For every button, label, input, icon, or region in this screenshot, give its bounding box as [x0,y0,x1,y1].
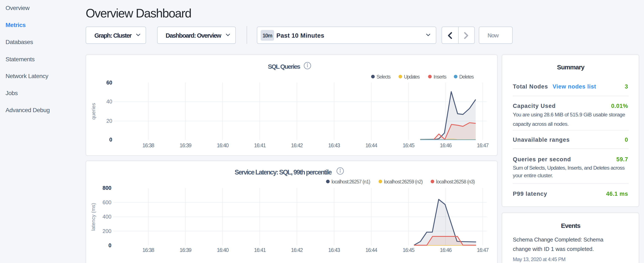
svg-text:latency (ms): latency (ms) [90,203,96,231]
svg-text:40: 40 [106,99,112,105]
svg-text:16:42: 16:42 [291,142,303,148]
svg-text:400: 400 [102,214,112,220]
svg-text:16:38: 16:38 [142,142,154,148]
svg-text:16:40: 16:40 [217,142,228,148]
svg-text:0: 0 [109,137,112,143]
svg-text:16:41: 16:41 [254,142,266,148]
svg-text:60: 60 [106,80,112,86]
svg-text:16:45: 16:45 [403,247,414,253]
svg-text:localhost:26258 (n3): localhost:26258 (n3) [436,179,475,184]
svg-text:16:47: 16:47 [477,142,488,148]
svg-text:0: 0 [108,242,112,248]
svg-text:16:44: 16:44 [366,247,378,253]
svg-text:Updates: Updates [404,74,420,80]
svg-text:16:47: 16:47 [477,247,488,253]
svg-text:16:46: 16:46 [440,247,452,253]
svg-text:16:45: 16:45 [403,142,414,148]
svg-text:queries: queries [90,103,96,120]
svg-text:20: 20 [106,118,112,124]
svg-text:16:41: 16:41 [254,247,266,253]
svg-text:16:39: 16:39 [180,247,191,253]
svg-text:16:43: 16:43 [328,142,340,148]
svg-text:16:46: 16:46 [440,142,452,148]
svg-text:16:38: 16:38 [142,247,154,253]
svg-text:localhost:26259 (n2): localhost:26259 (n2) [384,179,423,184]
svg-text:SQL Queries: SQL Queries [268,63,300,70]
svg-text:16:39: 16:39 [180,142,191,148]
svg-text:Inserts: Inserts [434,74,446,80]
svg-text:Service Latency: SQL, 99th per: Service Latency: SQL, 99th percentile [235,168,332,176]
svg-text:800: 800 [102,185,112,191]
svg-text:200: 200 [102,228,112,234]
svg-text:16:43: 16:43 [328,247,340,253]
svg-text:16:42: 16:42 [291,247,303,253]
svg-text:16:44: 16:44 [366,142,378,148]
svg-text:Selects: Selects [376,74,390,80]
svg-text:localhost:26257 (n1): localhost:26257 (n1) [332,179,370,184]
svg-text:600: 600 [102,199,112,205]
svg-text:16:40: 16:40 [217,247,228,253]
svg-text:Deletes: Deletes [459,74,474,80]
